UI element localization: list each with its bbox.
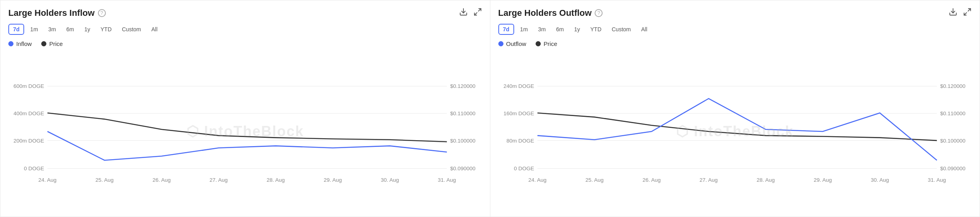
legend-dot-secondary [41,41,46,46]
svg-text:600m DOGE: 600m DOGE [13,83,44,89]
svg-text:0 DOGE: 0 DOGE [24,166,44,171]
download-icon[interactable] [459,8,468,18]
svg-text:24. Aug: 24. Aug [38,177,57,183]
svg-text:$0.090000: $0.090000 [450,166,476,171]
panel-title: Large Holders Inflow [8,8,95,18]
svg-text:29. Aug: 29. Aug [813,177,832,183]
svg-text:$0.110000: $0.110000 [940,110,965,116]
header-actions [459,8,482,18]
svg-text:$0.120000: $0.120000 [940,83,965,89]
time-btn-1y[interactable]: 1y [80,24,95,35]
svg-text:160m DOGE: 160m DOGE [503,110,534,116]
expand-icon[interactable] [473,8,482,18]
download-icon[interactable] [949,8,957,18]
time-btn-all[interactable]: All [637,24,652,35]
svg-text:28. Aug: 28. Aug [756,177,775,183]
legend-primary: Inflow [8,40,32,47]
time-controls: 7d1m3m6m1yYTDCustomAll [498,24,972,35]
time-btn-custom[interactable]: Custom [607,24,635,35]
title-group: Large Holders Outflow ? [498,8,603,18]
svg-text:31. Aug: 31. Aug [438,177,456,183]
legend-secondary: Price [41,40,63,47]
svg-text:80m DOGE: 80m DOGE [506,138,534,144]
time-btn-6m[interactable]: 6m [62,24,78,35]
legend: Inflow Price [8,40,482,47]
legend-label-secondary: Price [49,40,63,47]
legend-label-secondary: Price [544,40,557,47]
svg-text:28. Aug: 28. Aug [267,177,285,183]
svg-text:30. Aug: 30. Aug [381,177,399,183]
chart-svg: 240m DOGE160m DOGE80m DOGE0 DOGE$0.12000… [498,51,972,212]
svg-line-24 [968,9,970,11]
svg-text:$0.120000: $0.120000 [450,83,476,89]
chart-area: ⬡ IntoTheBlock 240m DOGE160m DOGE80m DOG… [498,51,972,212]
legend-dot-primary [498,41,503,46]
svg-text:24. Aug: 24. Aug [528,177,546,183]
panel-header: Large Holders Outflow ? [498,8,972,18]
legend-dot-secondary [536,41,541,46]
time-btn-1m[interactable]: 1m [516,24,532,35]
legend-label-primary: Outflow [506,40,526,47]
header-actions [949,8,972,18]
panel-title: Large Holders Outflow [498,8,592,18]
legend: Outflow Price [498,40,972,47]
svg-text:$0.110000: $0.110000 [450,110,476,116]
svg-text:$0.100000: $0.100000 [450,138,476,144]
time-btn-6m[interactable]: 6m [552,24,568,35]
time-btn-7d[interactable]: 7d [8,24,24,35]
svg-text:200m DOGE: 200m DOGE [13,138,44,144]
chart-area: ⬡ IntoTheBlock 600m DOGE400m DOGE200m DO… [8,51,482,212]
svg-text:25. Aug: 25. Aug [585,177,603,183]
svg-text:31. Aug: 31. Aug [928,177,946,183]
panel-inflow: Large Holders Inflow ? [0,0,490,217]
svg-text:27. Aug: 27. Aug [699,177,718,183]
svg-text:$0.090000: $0.090000 [940,166,965,171]
time-btn-ytd[interactable]: YTD [586,24,606,35]
time-btn-3m[interactable]: 3m [534,24,550,35]
svg-text:25. Aug: 25. Aug [96,177,114,183]
help-icon[interactable]: ? [98,9,106,17]
legend-secondary: Price [536,40,557,47]
svg-text:27. Aug: 27. Aug [210,177,228,183]
time-btn-all[interactable]: All [147,24,162,35]
time-controls: 7d1m3m6m1yYTDCustomAll [8,24,482,35]
svg-text:0 DOGE: 0 DOGE [514,166,534,171]
legend-primary: Outflow [498,40,526,47]
legend-dot-primary [8,41,13,46]
svg-text:29. Aug: 29. Aug [323,177,342,183]
time-btn-custom[interactable]: Custom [118,24,145,35]
panel-outflow: Large Holders Outflow ? [490,0,980,217]
svg-line-2 [474,13,477,15]
chart-svg: 600m DOGE400m DOGE200m DOGE0 DOGE$0.1200… [8,51,482,212]
expand-icon[interactable] [963,8,972,18]
svg-text:26. Aug: 26. Aug [153,177,171,183]
svg-text:$0.100000: $0.100000 [940,138,965,144]
time-btn-3m[interactable]: 3m [44,24,60,35]
time-btn-1y[interactable]: 1y [570,24,584,35]
panel-header: Large Holders Inflow ? [8,8,482,18]
svg-text:240m DOGE: 240m DOGE [503,83,534,89]
svg-text:26. Aug: 26. Aug [642,177,660,183]
svg-text:400m DOGE: 400m DOGE [13,110,44,116]
svg-line-1 [478,9,480,11]
svg-text:30. Aug: 30. Aug [871,177,889,183]
title-group: Large Holders Inflow ? [8,8,106,18]
time-btn-ytd[interactable]: YTD [96,24,116,35]
svg-line-25 [964,13,967,15]
legend-label-primary: Inflow [16,40,32,47]
help-icon[interactable]: ? [595,9,603,17]
time-btn-7d[interactable]: 7d [498,24,514,35]
time-btn-1m[interactable]: 1m [26,24,42,35]
